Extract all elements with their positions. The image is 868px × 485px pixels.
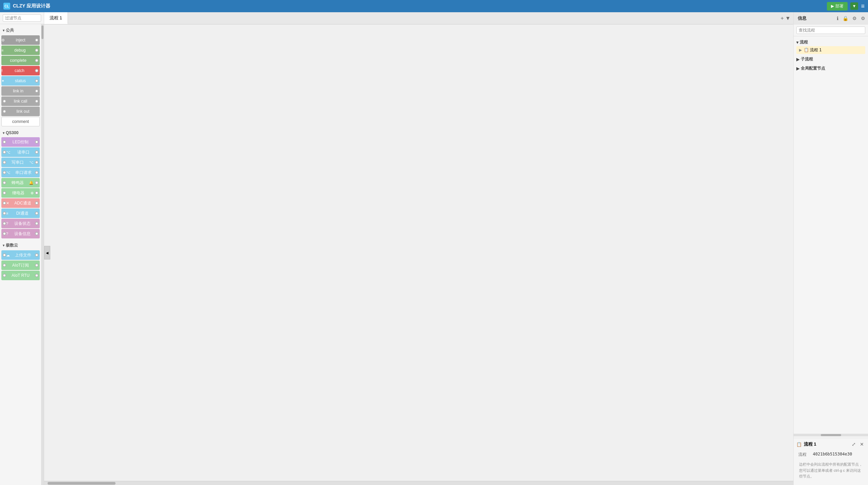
tree-section-flows: ▾ 流程 ▶ 📋 流程 1	[796, 38, 865, 54]
node-di-input-port	[3, 212, 6, 215]
right-bottom-close: ⤢ ✕	[850, 441, 865, 448]
section-jiduyun-header[interactable]: ▾ 极数云	[1, 241, 40, 250]
node-led[interactable]: LED控制	[1, 137, 40, 147]
right-search-input[interactable]	[796, 26, 865, 34]
node-device-info-label: 设备信息	[10, 231, 35, 237]
right-bottom-close-btn[interactable]: ✕	[858, 441, 865, 448]
node-aiot-rtu[interactable]: AIoT RTU	[1, 271, 40, 280]
tab-dropdown-button[interactable]: ▼	[785, 15, 791, 21]
tree-subflows-label: 子流程	[801, 56, 813, 62]
node-link-call-label: link call	[6, 99, 35, 104]
sidebar-nodes: ▾ 公共 ⚙ inject ≡ debug complete	[0, 24, 41, 485]
chevron-right-icon: ▶	[796, 57, 799, 62]
deploy-label: 部署	[835, 3, 844, 9]
right-bottom-header: 📋 流程 1 ⤢ ✕	[796, 441, 865, 448]
node-inject-label: inject	[6, 38, 35, 42]
left-sidebar-inner: ▾ 公共 ⚙ inject ≡ debug complete	[0, 24, 44, 485]
cloud-icon: ☁	[6, 253, 10, 257]
info-icon-btn[interactable]: ℹ	[835, 15, 840, 22]
node-catch-label: catch	[4, 68, 35, 73]
node-adc-input-port	[3, 201, 6, 205]
right-bottom-expand-btn[interactable]: ⤢	[850, 441, 857, 448]
tab-flow1[interactable]: 流程 1	[44, 12, 68, 24]
tree-subflows-header[interactable]: ▶ 子流程	[796, 55, 865, 63]
collapse-sidebar-button[interactable]: ◀	[44, 246, 50, 259]
node-serial-write-input-port	[3, 161, 6, 164]
node-complete[interactable]: complete	[1, 56, 40, 65]
deploy-button[interactable]: ▶ 部署	[827, 2, 848, 11]
right-panel-scrollbar[interactable]	[794, 434, 868, 436]
node-buzzer[interactable]: 蜂鸣器 🔔	[1, 178, 40, 187]
node-relay[interactable]: 继电器 ⊕	[1, 188, 40, 198]
node-serial-write-output-port	[35, 161, 38, 164]
right-bottom-flow-id: 4021b6b515304e30	[812, 451, 865, 458]
node-adc[interactable]: ✕ ADC通道	[1, 198, 40, 208]
main-container: ▾ 公共 ⚙ inject ≡ debug complete	[0, 12, 868, 485]
node-upload[interactable]: ☁ 上传文件	[1, 250, 40, 260]
node-status-output-port	[35, 79, 38, 83]
section-qs300-header[interactable]: ▾ QS300	[1, 129, 40, 137]
node-aiot-rtu-output-port	[35, 274, 38, 277]
parallel-icon: ⌥	[6, 150, 11, 155]
tree-global-config-label: 全局配置节点	[801, 66, 825, 71]
node-inject-output-port	[35, 38, 38, 42]
node-buzzer-label: 蜂鸣器	[6, 180, 29, 186]
right-tab-info[interactable]: 信息	[795, 14, 809, 23]
tree-global-config-header[interactable]: ▶ 全局配置节点	[796, 65, 865, 72]
chevron-down-icon-4: ▾	[796, 40, 798, 45]
node-debug[interactable]: ≡ debug	[1, 46, 40, 55]
node-serial-read[interactable]: ⌥ 读串口	[1, 147, 40, 157]
tree-flows-header[interactable]: ▾ 流程	[796, 38, 865, 46]
node-link-call[interactable]: link call	[1, 96, 40, 106]
node-link-in-output-port	[35, 89, 38, 93]
node-inject[interactable]: ⚙ inject	[1, 35, 40, 45]
canvas-scrollbar-thumb-h	[48, 482, 116, 485]
node-aiot-sub[interactable]: AIoT订阅	[1, 261, 40, 270]
node-debug-label: debug	[5, 48, 35, 53]
header: CL CLZY 应用设计器 ▶ 部署 ▼ ≡	[0, 0, 868, 12]
right-panel-tabs: 信息 ℹ 🔒 ⚙ ⚙	[794, 12, 868, 24]
section-public-header[interactable]: ▾ 公共	[1, 26, 40, 35]
node-device-info[interactable]: ? 设备信息	[1, 229, 40, 238]
node-link-in-label: link in	[1, 89, 35, 93]
lock-icon-btn[interactable]: 🔒	[841, 15, 850, 22]
sidebar-scrollbar[interactable]	[41, 24, 44, 485]
node-di-label: DI通道	[10, 211, 35, 216]
node-aiot-rtu-label: AIoT RTU	[6, 273, 35, 278]
node-device-status[interactable]: ? 设备状态	[1, 219, 40, 228]
section-qs300-label: QS300	[6, 130, 18, 135]
parallel-icon-2: ⌥	[29, 160, 34, 165]
node-link-in[interactable]: link in	[1, 86, 40, 96]
app-title: CLZY 应用设计器	[13, 3, 50, 9]
settings-icon-btn[interactable]: ⚙	[851, 15, 858, 22]
tree-section-subflows: ▶ 子流程	[796, 55, 865, 63]
search-input[interactable]	[3, 14, 41, 22]
node-device-status-input-port	[3, 222, 6, 225]
main-menu-button[interactable]: ≡	[861, 3, 865, 10]
question-icon: ?	[6, 221, 8, 226]
node-serial-write[interactable]: 写串口 ⌥	[1, 158, 40, 167]
node-serial-req[interactable]: ⌥ 串口请求	[1, 168, 40, 177]
deploy-dropdown-button[interactable]: ▼	[850, 2, 858, 10]
right-panel-tree: ▾ 流程 ▶ 📋 流程 1 ▶ 子流程 ▶ 全局配置节点	[794, 36, 868, 432]
canvas-scrollbar-h[interactable]	[44, 481, 793, 485]
node-comment[interactable]: comment	[1, 117, 40, 126]
node-buzzer-output-port	[35, 181, 38, 184]
node-debug-output-port	[35, 49, 38, 52]
node-led-label: LED控制	[6, 139, 35, 145]
node-relay-label: 继电器	[6, 190, 31, 196]
node-catch-output-port	[35, 69, 38, 72]
tree-section-global-config: ▶ 全局配置节点	[796, 65, 865, 72]
settings2-icon-btn[interactable]: ⚙	[860, 15, 867, 22]
node-catch[interactable]: ! catch	[1, 66, 40, 75]
right-bottom-hint: 边栏中会列出流程中所有的配置节点，您可以通过菜单或者 ctrl-g c 来访问这…	[796, 459, 865, 482]
node-status[interactable]: ✦ status	[1, 76, 40, 86]
node-complete-output-port	[35, 59, 38, 62]
add-tab-button[interactable]: +	[781, 15, 784, 21]
node-di[interactable]: ≡ DI通道	[1, 209, 40, 218]
node-upload-output-port	[35, 253, 38, 257]
node-upload-label: 上传文件	[11, 252, 35, 258]
node-link-out[interactable]: link out	[1, 107, 40, 116]
node-link-out-label: link out	[6, 109, 40, 114]
tree-item-flow1[interactable]: ▶ 📋 流程 1	[796, 46, 865, 54]
